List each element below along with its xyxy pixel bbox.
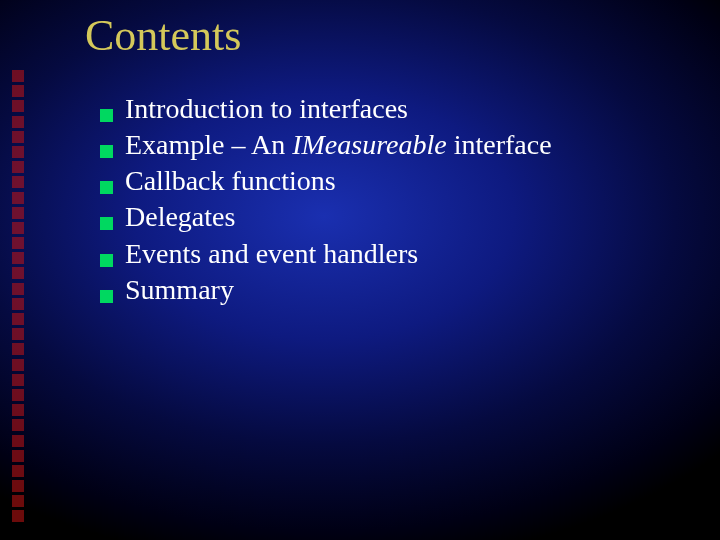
deco-square <box>12 419 24 431</box>
slide-title: Contents <box>85 10 241 61</box>
deco-square <box>12 252 24 264</box>
bullet-icon <box>100 145 113 158</box>
decorative-left-column <box>12 70 26 522</box>
deco-square <box>12 146 24 158</box>
bullet-icon <box>100 254 113 267</box>
slide-body: Introduction to interfacesExample – An I… <box>100 92 680 309</box>
list-item-text: Summary <box>125 273 234 307</box>
list-item: Example – An IMeasureable interface <box>100 128 680 162</box>
list-item-text: Introduction to interfaces <box>125 92 408 126</box>
bullet-icon <box>100 109 113 122</box>
deco-square <box>12 510 24 522</box>
deco-square <box>12 435 24 447</box>
list-item-text: Example – An IMeasureable interface <box>125 128 552 162</box>
deco-square <box>12 100 24 112</box>
bullet-icon <box>100 181 113 194</box>
deco-square <box>12 298 24 310</box>
bullet-icon <box>100 217 113 230</box>
deco-square <box>12 70 24 82</box>
deco-square <box>12 237 24 249</box>
deco-square <box>12 480 24 492</box>
list-item: Introduction to interfaces <box>100 92 680 126</box>
deco-square <box>12 192 24 204</box>
deco-square <box>12 359 24 371</box>
deco-square <box>12 389 24 401</box>
list-item-text: Callback functions <box>125 164 336 198</box>
deco-square <box>12 343 24 355</box>
deco-square <box>12 450 24 462</box>
deco-square <box>12 283 24 295</box>
deco-square <box>12 207 24 219</box>
deco-square <box>12 222 24 234</box>
list-item: Delegates <box>100 200 680 234</box>
slide: Contents Introduction to interfacesExamp… <box>0 0 720 540</box>
bullet-icon <box>100 290 113 303</box>
deco-square <box>12 267 24 279</box>
deco-square <box>12 131 24 143</box>
deco-square <box>12 328 24 340</box>
deco-square <box>12 313 24 325</box>
deco-square <box>12 374 24 386</box>
deco-square <box>12 495 24 507</box>
deco-square <box>12 465 24 477</box>
list-item: Events and event handlers <box>100 237 680 271</box>
deco-square <box>12 176 24 188</box>
list-item-text: Events and event handlers <box>125 237 418 271</box>
list-item-text: Delegates <box>125 200 235 234</box>
list-item: Callback functions <box>100 164 680 198</box>
deco-square <box>12 161 24 173</box>
deco-square <box>12 404 24 416</box>
deco-square <box>12 85 24 97</box>
list-item: Summary <box>100 273 680 307</box>
deco-square <box>12 116 24 128</box>
